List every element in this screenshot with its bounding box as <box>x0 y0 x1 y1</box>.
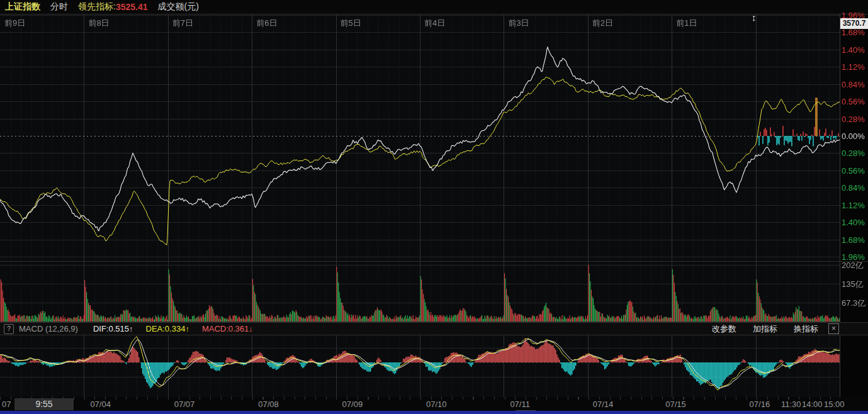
volume-axis-label: 67.3亿 <box>842 299 865 307</box>
index-name: 上证指数 <box>5 1 40 13</box>
date-label: 07/08 <box>258 400 279 409</box>
date-label: 07/09 <box>342 400 363 409</box>
day-label-4: 前4日 <box>424 19 445 27</box>
bottom-bar <box>0 411 868 414</box>
time-axis: 07 9:55 07/0407/0707/0807/0907/1007/1107… <box>0 397 868 411</box>
switch-indicator-button[interactable]: 换指标 <box>794 323 818 335</box>
pct-label-zero: 0.00% <box>842 132 865 140</box>
help-icon[interactable]: ? <box>4 324 14 334</box>
date-label: 07/16 <box>750 400 770 409</box>
resize-cursor-icon: ↕ <box>752 12 757 23</box>
pct-label-down: 0.84% <box>842 184 865 192</box>
date-label: 07/07 <box>174 400 195 409</box>
pct-label-down: 1.40% <box>842 218 865 227</box>
time-label-partial: 07 <box>2 400 11 409</box>
top-status-bar: 上证指数 分时 领先指标: 3525.41 成交额(元) <box>0 0 868 14</box>
intraday-time-label: 11:30 <box>781 400 801 409</box>
divider <box>0 14 868 14</box>
day-label-3: 前3日 <box>508 19 529 27</box>
macd-value: MACD:0.361↓ <box>202 324 253 333</box>
macd-name-label: MACD (12,26,9) <box>19 324 78 333</box>
time-highlight-badge: 9:55 <box>14 398 74 410</box>
pct-label-up: 0.56% <box>842 98 865 106</box>
day-label-8: 前8日 <box>88 19 109 27</box>
stock-app-window: 上证指数 分时 领先指标: 3525.41 成交额(元) 3570.7 ↕ ? … <box>0 0 868 414</box>
lead-indicator-label: 领先指标: <box>78 1 116 13</box>
macd-chart-canvas[interactable] <box>0 335 840 397</box>
date-label: 07/04 <box>90 400 111 409</box>
day-label-6: 前6日 <box>256 19 277 27</box>
pct-label-down: 1.12% <box>842 201 865 210</box>
day-label-5: 前5日 <box>341 19 361 27</box>
change-params-button[interactable]: 改参数 <box>712 323 736 335</box>
day-label-2: 前2日 <box>592 19 613 27</box>
date-label: 07/10 <box>426 400 447 409</box>
pct-label-up: 1.40% <box>842 46 865 54</box>
dea-value: DEA:0.334↑ <box>146 324 189 333</box>
pct-label-down: 1.68% <box>842 236 865 244</box>
price-chart-canvas[interactable] <box>0 14 840 261</box>
pct-label-down: 0.28% <box>842 149 865 157</box>
add-indicator-button[interactable]: 加指标 <box>753 323 777 335</box>
pct-label-up: 1.12% <box>842 63 865 71</box>
macd-indicator-header: ? MACD (12,26,9) DIF:0.515↑ DEA:0.334↑ M… <box>0 322 868 335</box>
day-label-9: 前9日 <box>4 19 25 27</box>
divider <box>0 261 868 262</box>
volume-chart-canvas[interactable] <box>0 261 840 322</box>
date-label: 07/15 <box>665 400 686 409</box>
turnover-label: 成交额(元) <box>158 1 199 13</box>
day-label-7: 前7日 <box>172 19 193 27</box>
pct-label-up: 1.96% <box>842 11 865 20</box>
pct-label-up: 0.84% <box>842 81 865 89</box>
pct-label-up: 1.68% <box>842 28 865 36</box>
pct-label-down: 0.56% <box>842 167 865 175</box>
chart-mode-label: 分时 <box>50 1 68 13</box>
date-label: 07/14 <box>593 400 614 409</box>
volume-axis-label: 135亿 <box>842 280 864 288</box>
intraday-time-label: 15:00 <box>824 400 845 409</box>
lead-indicator-value: 3525.41 <box>116 2 148 12</box>
axis-separator <box>840 14 840 397</box>
volume-axis-label: 202亿 <box>842 261 864 269</box>
intraday-time-label: 14:00 <box>802 400 823 409</box>
day-label-1: 前1日 <box>676 19 697 27</box>
pct-label-up: 0.28% <box>842 115 865 123</box>
date-label: 07/11 <box>510 400 530 409</box>
close-icon[interactable]: × <box>828 323 839 334</box>
dif-value: DIF:0.515↑ <box>93 324 133 333</box>
